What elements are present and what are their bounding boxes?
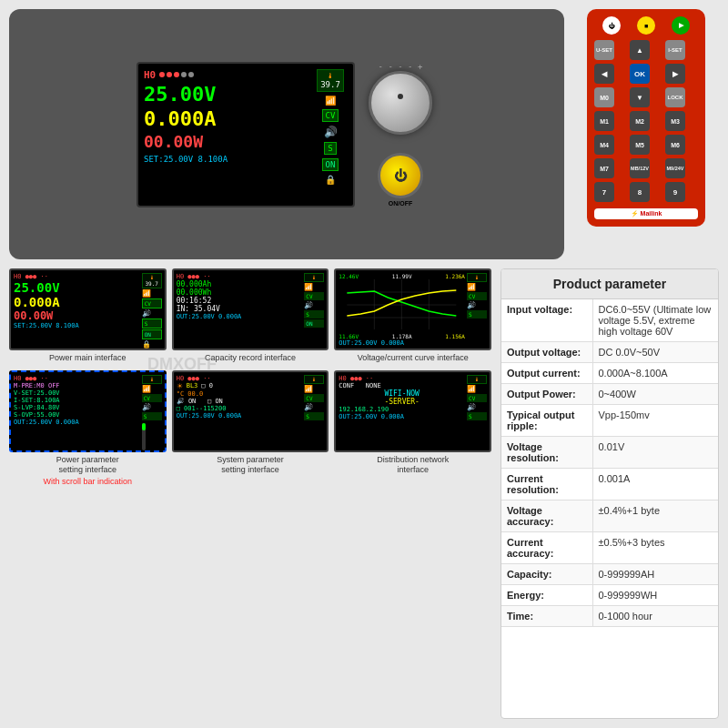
product-params-table: Input voltage:DC6.0~55V (Ultimate low vo…: [501, 299, 718, 627]
mini-wifi-5: 📶: [304, 385, 324, 393]
remote-7-btn[interactable]: 7: [594, 182, 614, 202]
param-label-9: Capacity:: [501, 564, 592, 585]
mini-set-3: OUT:25.00V 0.000A: [339, 339, 465, 347]
pps-m-pre: M-PRE:M0 OFF: [14, 382, 140, 389]
mini-v-1: 25.00V: [14, 280, 140, 295]
power-main-label: Power main interface: [49, 353, 126, 363]
knob-indicator: [398, 94, 403, 99]
remote-uset-btn[interactable]: U-SET: [594, 40, 614, 60]
pps-slvp: S-LVP:84.80V: [14, 404, 140, 411]
pps-vset: V-SET:25.00V: [14, 389, 140, 397]
curve-chart: [339, 279, 465, 329]
remote-9-btn[interactable]: 9: [665, 182, 685, 202]
power-param-setting-screen: H0 ●●● ·· M-PRE:M0 OFF V-SET:25.00V I-SE…: [9, 370, 167, 452]
mini-set-1: SET:25.00V 8.100A: [14, 322, 140, 329]
remote-brand: ⚡ Mailink: [594, 208, 698, 219]
pps-sovp: S-OVP:55.00V: [14, 411, 140, 419]
remote-down-btn[interactable]: ▼: [630, 87, 650, 107]
lcd-s-badge: S: [324, 142, 336, 155]
remote-top-btns: ⏻ ■ ▶: [594, 16, 698, 35]
curve-top-left: 12.46V: [339, 273, 359, 279]
remote-stop-btn[interactable]: ■: [637, 16, 655, 35]
interfaces-top-row: H0 ●●● ·· 25.00V 0.000A 00.00W SET:25.00…: [9, 268, 491, 363]
param-label-10: Energy:: [501, 585, 592, 606]
dist-server: -SERVER-: [339, 398, 465, 406]
remote-mb12v-btn[interactable]: MB/12V: [630, 158, 650, 178]
remote-m6-btn[interactable]: M6: [665, 135, 685, 155]
mini-spk-1: 🔊: [142, 309, 162, 318]
mini-temp-1: 39.7: [144, 280, 160, 287]
remote-m5-btn[interactable]: M5: [630, 135, 650, 155]
page-container: H0 25.00V 0.000A 00.00W: [0, 0, 728, 728]
lcd-setpoint: SET:25.00V 8.100A: [144, 155, 309, 164]
remote-m7-btn[interactable]: M7: [594, 158, 614, 178]
sys-sun-icon: ☀: [177, 382, 183, 390]
remote-power-btn[interactable]: ⏻: [602, 16, 621, 35]
remote-iset-btn[interactable]: I-SET: [665, 40, 685, 60]
power-param-setting-label: Power parametersetting interface: [56, 455, 119, 475]
remote-8-btn[interactable]: 8: [630, 182, 650, 202]
curve-bot-right: 1.156A: [445, 333, 465, 339]
remote-ok-btn[interactable]: OK: [630, 64, 650, 84]
device-image: H0 25.00V 0.000A 00.00W: [9, 9, 564, 259]
param-row-4: Typical output ripple:Vpp-150mv: [501, 405, 718, 437]
device-right-side: - - - - + ⏻ ON/OFF: [364, 53, 437, 216]
remote-m4-btn[interactable]: M4: [594, 135, 614, 155]
param-value-1: DC 0.0V~50V: [592, 342, 718, 363]
param-value-8: ±0.5%+3 bytes: [592, 532, 718, 564]
distribution-network-interface: H0 ●●● ·· CONF NONE WIFI-NOW -SERVER- 19…: [334, 370, 491, 487]
onoff-label: ON/OFF: [389, 200, 412, 207]
capacity-record-screen: H0 ●●● ·· 00.000Ah 00.000Wh 00:16:52 IN:…: [172, 268, 329, 350]
remote-right-btn[interactable]: ▶: [665, 64, 685, 84]
remote-m0-btn[interactable]: M0: [594, 87, 614, 107]
lcd-dot-4: [181, 72, 187, 77]
mini-cv-4: CV: [142, 394, 162, 402]
capacity-record-label: Capacity record interface: [205, 353, 296, 363]
param-label-5: Voltage resolution:: [501, 437, 592, 469]
remote-grid-row6: M7 MB/12V M9/24V: [594, 158, 698, 178]
onoff-button[interactable]: ⏻: [378, 153, 423, 198]
voltage-current-screen: 12.46V 11.99V 1.236A: [334, 268, 491, 350]
mini-spk-3: 🔊: [467, 301, 487, 309]
top-section: H0 25.00V 0.000A 00.00W: [0, 0, 728, 264]
remote-m924v-btn[interactable]: M9/24V: [665, 158, 685, 178]
remote-m1-btn[interactable]: M1: [594, 111, 614, 131]
remote-play-btn[interactable]: ▶: [672, 16, 690, 35]
param-row-5: Voltage resolution:0.01V: [501, 437, 718, 469]
curve-bot-left: 11.66V: [339, 333, 359, 339]
remote-control: ⏻ ■ ▶ U-SET ▲ I-SET ◀ OK ▶ M0 ▼: [587, 9, 705, 227]
remote-grid-row4: M1 M2 M3: [594, 111, 698, 131]
mini-s-2: S: [304, 310, 324, 318]
sys-baud: □ 001--115200: [177, 405, 303, 412]
param-row-11: Time:0-1000 hour: [501, 606, 718, 627]
param-label-1: Output voltage:: [501, 342, 592, 363]
distribution-network-screen: H0 ●●● ·· CONF NONE WIFI-NOW -SERVER- 19…: [334, 370, 491, 452]
remote-up-btn[interactable]: ▲: [630, 40, 650, 60]
device-knob-area: H0 25.00V 0.000A 00.00W: [18, 18, 555, 250]
rotary-knob[interactable]: [369, 71, 432, 135]
param-value-2: 0.000A~8.100A: [592, 363, 718, 384]
remote-container: ⏻ ■ ▶ U-SET ▲ I-SET ◀ OK ▶ M0 ▼: [573, 9, 719, 259]
mini-wh: 00.000Wh: [177, 288, 303, 297]
param-value-0: DC6.0~55V (Ultimate low voltage 5.5V, ex…: [592, 299, 718, 342]
mini-s-5: S: [304, 412, 324, 420]
param-label-11: Time:: [501, 606, 592, 627]
param-value-6: 0.001A: [592, 469, 718, 500]
param-label-8: Current accuracy:: [501, 532, 592, 564]
product-params-title: Product parameter: [501, 269, 718, 299]
lcd-voltage: 25.00V: [144, 83, 309, 106]
lcd-sidebar: 🌡 39.7 📶 CV 🔊 S ON 🔒: [313, 69, 348, 200]
lcd-dot-1: [159, 72, 165, 77]
param-label-4: Typical output ripple:: [501, 405, 592, 437]
mini-spk-5: 🔊: [304, 403, 324, 411]
mini-lock-1: 🔒: [142, 340, 162, 349]
remote-lock-btn[interactable]: LOCK: [665, 87, 685, 107]
param-value-10: 0-999999WH: [592, 585, 718, 606]
capacity-record-interface: H0 ●●● ·· 00.000Ah 00.000Wh 00:16:52 IN:…: [172, 268, 329, 363]
param-row-8: Current accuracy:±0.5%+3 bytes: [501, 532, 718, 564]
param-row-9: Capacity:0-999999AH: [501, 564, 718, 585]
remote-m3-btn[interactable]: M3: [665, 111, 685, 131]
remote-left-btn[interactable]: ◀: [594, 64, 614, 84]
remote-m2-btn[interactable]: M2: [630, 111, 650, 131]
scroll-bar-indication-label: With scroll bar indication: [44, 477, 133, 486]
